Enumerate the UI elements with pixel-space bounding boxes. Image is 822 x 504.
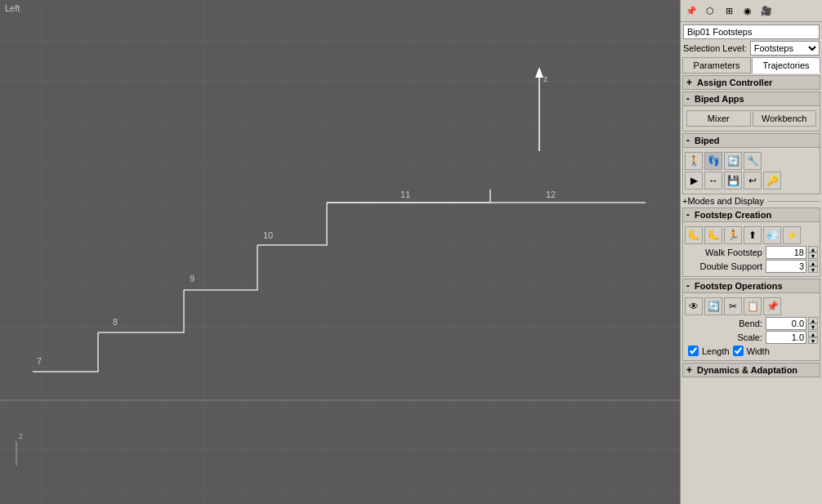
biped-tool-icon[interactable]: 🔧 bbox=[744, 152, 762, 170]
width-label: Width bbox=[747, 346, 770, 356]
op-copy-icon[interactable]: 📋 bbox=[744, 297, 762, 315]
length-width-row: Length Width bbox=[688, 346, 815, 356]
modes-display-label: +Modes and Display bbox=[682, 196, 764, 206]
dynamics-adaptation-toggle: + bbox=[686, 364, 692, 376]
double-support-input[interactable] bbox=[766, 260, 806, 273]
object-name: Bip01 Footsteps bbox=[683, 25, 820, 39]
dynamics-adaptation-title: Dynamics & Adaptation bbox=[697, 365, 797, 375]
dynamics-adaptation-header[interactable]: + Dynamics & Adaptation bbox=[682, 363, 820, 377]
bend-up[interactable]: ▲ bbox=[808, 317, 818, 323]
width-checkbox[interactable] bbox=[733, 346, 744, 356]
footstep-creation-title: Footstep Creation bbox=[695, 210, 771, 220]
biped-title: Biped bbox=[695, 136, 720, 145]
op-paste-icon[interactable]: 📌 bbox=[763, 297, 781, 315]
workbench-button[interactable]: Workbench bbox=[753, 110, 817, 127]
biped-icons-row2: ▶ ↔ 💾 ↩ 🔑 bbox=[685, 172, 818, 190]
biped-play-icon[interactable]: ▶ bbox=[685, 172, 703, 190]
run-icon[interactable]: 🏃 bbox=[724, 226, 742, 244]
length-label: Length bbox=[702, 346, 730, 356]
camera-icon[interactable]: 🎥 bbox=[757, 2, 775, 20]
scale-down[interactable]: ▼ bbox=[808, 337, 818, 344]
biped-walk-icon[interactable]: 🚶 bbox=[685, 152, 703, 170]
footstep-creation-section: - Footstep Creation 🦶 🦶 🏃 ⬆ 💨 ⚡ Walk Foo… bbox=[682, 207, 820, 277]
walk-left-icon[interactable]: 🦶 bbox=[685, 226, 703, 244]
svg-text:9: 9 bbox=[190, 274, 194, 283]
selection-level-row: Selection Level: Sub-Object Footsteps bbox=[683, 41, 820, 56]
walk-right-icon[interactable]: 🦶 bbox=[704, 226, 722, 244]
biped-move-icon[interactable]: ↔ bbox=[704, 172, 722, 190]
biped-save-icon[interactable]: 💾 bbox=[724, 172, 742, 190]
tab-row: Parameters Trajectories bbox=[682, 57, 820, 74]
biped-rotate-icon[interactable]: 🔄 bbox=[724, 152, 742, 170]
footstep-operations-section: - Footstep Operations 👁 🔄 ✂ 📋 📌 Bend: ▲ … bbox=[682, 279, 820, 361]
op-cut-icon[interactable]: ✂ bbox=[724, 297, 742, 315]
operations-icons-row: 👁 🔄 ✂ 📋 📌 bbox=[685, 297, 818, 315]
svg-text:12: 12 bbox=[546, 190, 556, 199]
op-rotate-icon[interactable]: 🔄 bbox=[704, 297, 722, 315]
biped-apps-buttons: Mixer Workbench bbox=[686, 110, 816, 127]
length-checkbox[interactable] bbox=[688, 346, 699, 356]
viewport: Left z bbox=[0, 0, 680, 504]
modes-divider bbox=[767, 201, 820, 202]
walk-footstep-down[interactable]: ▼ bbox=[808, 252, 818, 259]
biped-toggle: - bbox=[686, 135, 690, 146]
svg-text:10: 10 bbox=[263, 230, 273, 240]
circle-icon[interactable]: ◉ bbox=[739, 2, 757, 20]
biped-section: - Biped 🚶 👣 🔄 🔧 ▶ ↔ 💾 ↩ 🔑 bbox=[682, 133, 820, 194]
extra-icon[interactable]: ⚡ bbox=[783, 226, 801, 244]
walk-footstep-label: Walk Footstep bbox=[685, 248, 764, 257]
biped-apps-body: Mixer Workbench bbox=[682, 106, 820, 132]
assign-controller-header[interactable]: + Assign Controller bbox=[682, 75, 820, 90]
biped-footstep-icon[interactable]: 👣 bbox=[704, 152, 722, 170]
walk-footstep-input[interactable] bbox=[766, 246, 806, 259]
tab-trajectories[interactable]: Trajectories bbox=[752, 57, 820, 74]
svg-text:11: 11 bbox=[400, 190, 410, 199]
biped-icons-row1: 🚶 👣 🔄 🔧 bbox=[685, 152, 818, 170]
svg-text:7: 7 bbox=[37, 356, 42, 366]
double-support-down[interactable]: ▼ bbox=[808, 266, 818, 273]
footstep-creation-body: 🦶 🦶 🏃 ⬆ 💨 ⚡ Walk Footstep ▲ ▼ Double Sup… bbox=[682, 222, 820, 277]
scale-up[interactable]: ▲ bbox=[808, 331, 818, 337]
bend-down[interactable]: ▼ bbox=[808, 323, 818, 330]
bend-row: Bend: ▲ ▼ bbox=[685, 317, 818, 330]
biped-icon[interactable]: ⬡ bbox=[701, 2, 719, 20]
footstep-operations-toggle: - bbox=[686, 280, 690, 292]
dynamics-adaptation-section: + Dynamics & Adaptation bbox=[682, 363, 820, 377]
biped-apps-header[interactable]: - Biped Apps bbox=[682, 91, 820, 106]
scale-row: Scale: ▲ ▼ bbox=[685, 331, 818, 344]
op-show-icon[interactable]: 👁 bbox=[685, 297, 703, 315]
pin-icon[interactable]: 📌 bbox=[682, 2, 700, 20]
biped-key-icon[interactable]: 🔑 bbox=[763, 172, 781, 190]
footstep-canvas: z 7 8 9 10 11 12 z bbox=[0, 0, 680, 504]
biped-apps-title: Biped Apps bbox=[695, 94, 744, 104]
footstep-creation-header[interactable]: - Footstep Creation bbox=[682, 207, 820, 222]
bend-label: Bend: bbox=[685, 319, 764, 328]
svg-text:z: z bbox=[543, 74, 548, 83]
selection-level-dropdown[interactable]: Sub-Object Footsteps bbox=[750, 41, 820, 56]
scale-label: Scale: bbox=[685, 332, 764, 342]
footstep-operations-title: Footstep Operations bbox=[695, 281, 783, 291]
biped-undo-icon[interactable]: ↩ bbox=[744, 172, 762, 190]
mixer-button[interactable]: Mixer bbox=[686, 110, 751, 127]
footstep-creation-toggle: - bbox=[686, 209, 690, 221]
jump-icon[interactable]: ⬆ bbox=[744, 226, 762, 244]
footstep-operations-body: 👁 🔄 ✂ 📋 📌 Bend: ▲ ▼ Scale: ▲ ▼ bbox=[682, 293, 820, 361]
double-support-spinner-arrows: ▲ ▼ bbox=[808, 260, 818, 273]
scale-input[interactable] bbox=[766, 331, 806, 344]
biped-header[interactable]: - Biped bbox=[682, 133, 820, 148]
double-support-label: Double Support bbox=[685, 261, 764, 271]
assign-controller-section: + Assign Controller bbox=[682, 75, 820, 90]
sprint-icon[interactable]: 💨 bbox=[763, 226, 781, 244]
footstep-operations-header[interactable]: - Footstep Operations bbox=[682, 279, 820, 293]
grid-icon[interactable]: ⊞ bbox=[720, 2, 738, 20]
biped-apps-toggle: - bbox=[686, 93, 690, 105]
bend-spinner-arrows: ▲ ▼ bbox=[808, 317, 818, 330]
double-support-up[interactable]: ▲ bbox=[808, 260, 818, 266]
svg-text:z: z bbox=[19, 431, 23, 440]
creation-icons-row: 🦶 🦶 🏃 ⬆ 💨 ⚡ bbox=[685, 226, 818, 244]
svg-marker-32 bbox=[535, 67, 543, 78]
bend-input[interactable] bbox=[766, 317, 806, 330]
biped-apps-section: - Biped Apps Mixer Workbench bbox=[682, 91, 820, 132]
walk-footstep-up[interactable]: ▲ bbox=[808, 246, 818, 252]
tab-parameters[interactable]: Parameters bbox=[682, 57, 751, 74]
